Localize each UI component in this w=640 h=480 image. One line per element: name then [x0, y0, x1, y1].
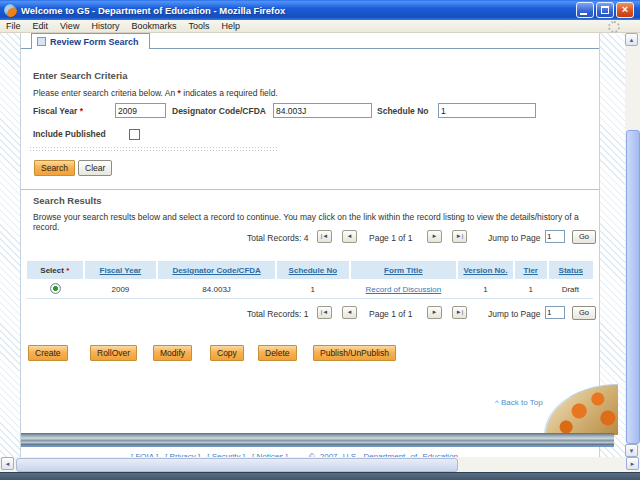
- designator-input[interactable]: [273, 103, 372, 118]
- tab-review-form-search[interactable]: Review Form Search: [31, 33, 150, 49]
- page-content: Review Form Search Enter Search Criteria…: [20, 33, 600, 457]
- header-fiscal-year: Fiscal Year: [84, 262, 158, 280]
- cell-schedule: 1: [276, 280, 350, 299]
- form-title-link[interactable]: Record of Discussion: [366, 285, 442, 294]
- last-page-button-bottom[interactable]: ►|: [452, 306, 467, 319]
- schedule-input[interactable]: [438, 103, 536, 118]
- copy-button[interactable]: Copy: [210, 345, 244, 361]
- restore-button[interactable]: [596, 2, 614, 18]
- jump-to-page-input-top[interactable]: [545, 230, 565, 243]
- header-tier-link[interactable]: Tier: [523, 266, 538, 275]
- search-button[interactable]: Search: [34, 160, 75, 176]
- horizontal-scrollbar[interactable]: ◄ ►: [0, 457, 640, 472]
- next-page-button-top[interactable]: ►: [427, 230, 442, 243]
- jump-to-page-label-bottom: Jump to Page: [488, 309, 540, 319]
- header-fiscal-year-link[interactable]: Fiscal Year: [100, 266, 142, 275]
- delete-button[interactable]: Delete: [258, 345, 297, 361]
- cell-designator: 84.003J: [157, 280, 276, 299]
- fiscal-year-input[interactable]: [115, 103, 166, 118]
- menu-history[interactable]: History: [85, 20, 125, 32]
- tab-label: Review Form Search: [50, 37, 139, 47]
- menu-bookmarks[interactable]: Bookmarks: [125, 20, 182, 32]
- include-published-checkbox[interactable]: [129, 129, 140, 140]
- page-indicator-bottom: Page 1 of 1: [369, 309, 412, 319]
- criteria-note-suffix: indicates a required field.: [181, 88, 278, 98]
- browser-window: Welcome to G5 - Department of Education …: [0, 0, 640, 480]
- header-select-label: Select: [40, 266, 66, 275]
- header-designator: Designator Code/CFDA: [157, 262, 276, 280]
- action-button-row: Create RollOver Modify Copy Delete Publi…: [21, 345, 599, 365]
- designator-label: Designator Code/CFDA: [172, 106, 266, 116]
- rollover-button[interactable]: RollOver: [90, 345, 137, 361]
- firefox-icon: [4, 4, 17, 17]
- fiscal-year-label: Fiscal Year *: [33, 106, 83, 116]
- dotted-divider: [29, 146, 277, 151]
- table-header-row: Select * Fiscal Year Designator Code/CFD…: [27, 262, 593, 280]
- scroll-up-arrow-icon[interactable]: ▲: [625, 33, 638, 46]
- page-viewport: Review Form Search Enter Search Criteria…: [0, 33, 625, 457]
- fiscal-year-label-text: Fiscal Year: [33, 106, 80, 116]
- create-button[interactable]: Create: [28, 345, 68, 361]
- select-required-asterisk: *: [66, 266, 69, 275]
- header-status: Status: [548, 262, 593, 280]
- close-button[interactable]: [616, 2, 634, 18]
- table-row: 2009 84.003J 1 Record of Discussion 1 1 …: [27, 280, 593, 299]
- classroom-photo: [544, 384, 618, 435]
- header-version: Version No.: [457, 262, 514, 280]
- go-button-bottom[interactable]: Go: [572, 306, 596, 320]
- scroll-right-arrow-icon[interactable]: ►: [626, 457, 639, 470]
- cell-select: [27, 280, 84, 299]
- cell-tier: 1: [514, 280, 548, 299]
- page-indicator-top: Page 1 of 1: [369, 233, 412, 243]
- results-divider: [21, 189, 599, 190]
- cell-form-title: Record of Discussion: [350, 280, 458, 299]
- menu-help[interactable]: Help: [215, 20, 246, 32]
- menu-bar: File Edit View History Bookmarks Tools H…: [0, 20, 640, 33]
- header-form-title: Form Title: [350, 262, 458, 280]
- vertical-scrollbar[interactable]: ▲ ▼: [625, 33, 640, 457]
- minimize-button[interactable]: [576, 2, 594, 18]
- prev-page-button-bottom[interactable]: ◄: [342, 306, 357, 319]
- prev-page-button-top[interactable]: ◄: [342, 230, 357, 243]
- window-bottom-edge: [0, 472, 640, 480]
- scroll-down-arrow-icon[interactable]: ▼: [625, 444, 638, 457]
- horizontal-scrollbar-thumb[interactable]: [16, 458, 458, 472]
- fiscal-year-required-asterisk: *: [80, 106, 83, 116]
- header-version-link[interactable]: Version No.: [463, 266, 507, 275]
- cell-status: Draft: [548, 280, 593, 299]
- header-designator-link[interactable]: Designator Code/CFDA: [172, 266, 260, 275]
- header-form-title-link[interactable]: Form Title: [384, 266, 423, 275]
- criteria-note-prefix: Please enter search criteria below. An: [33, 88, 178, 98]
- include-published-label: Include Published: [33, 129, 106, 139]
- last-page-button-top[interactable]: ►|: [452, 230, 467, 243]
- menu-edit[interactable]: Edit: [27, 20, 55, 32]
- jump-to-page-label-top: Jump to Page: [488, 233, 540, 243]
- menu-view[interactable]: View: [54, 20, 85, 32]
- back-to-top-link[interactable]: ^ Back to Top: [495, 398, 543, 407]
- title-bar: Welcome to G5 - Department of Education …: [0, 0, 640, 20]
- total-records-bottom: Total Records: 1: [247, 309, 308, 319]
- cell-version: 1: [457, 280, 514, 299]
- header-tier: Tier: [514, 262, 548, 280]
- select-radio[interactable]: [50, 283, 61, 294]
- jump-to-page-input-bottom[interactable]: [545, 306, 565, 319]
- clear-button[interactable]: Clear: [78, 160, 112, 176]
- menu-tools[interactable]: Tools: [182, 20, 215, 32]
- vertical-scrollbar-thumb[interactable]: [626, 130, 640, 444]
- schedule-label: Schedule No: [377, 106, 428, 116]
- criteria-heading: Enter Search Criteria: [33, 70, 128, 81]
- modify-button[interactable]: Modify: [153, 345, 192, 361]
- header-status-link[interactable]: Status: [559, 266, 583, 275]
- metallic-footer-bar: [21, 433, 614, 447]
- throbber-icon: [608, 21, 620, 33]
- next-page-button-bottom[interactable]: ►: [427, 306, 442, 319]
- cell-fiscal-year: 2009: [84, 280, 158, 299]
- first-page-button-bottom[interactable]: |◄: [317, 306, 332, 319]
- first-page-button-top[interactable]: |◄: [317, 230, 332, 243]
- results-heading: Search Results: [33, 195, 102, 206]
- menu-file[interactable]: File: [0, 20, 27, 32]
- go-button-top[interactable]: Go: [572, 230, 596, 244]
- publish-unpublish-button[interactable]: Publish/UnPublish: [313, 345, 396, 361]
- header-schedule-link[interactable]: Schedule No: [289, 266, 337, 275]
- scroll-left-arrow-icon[interactable]: ◄: [1, 457, 14, 470]
